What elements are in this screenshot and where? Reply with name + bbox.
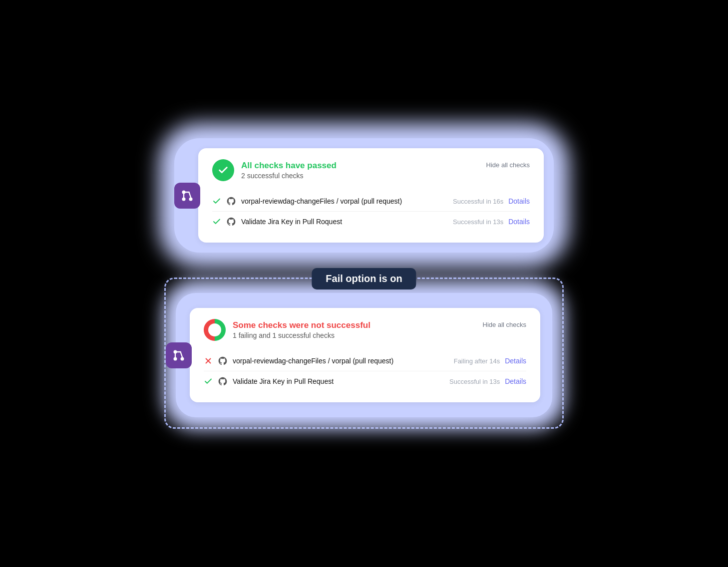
bottom-check-1-name: vorpal-reviewdag-changeFiles / vorpal (p… bbox=[233, 357, 449, 365]
bottom-status-text: Some checks were not successful 1 failin… bbox=[233, 320, 370, 339]
bottom-check-2-status bbox=[204, 377, 213, 386]
git-icon-bottom bbox=[172, 348, 186, 362]
top-check-1-status bbox=[212, 197, 221, 206]
bottom-check-card: Some checks were not successful 1 failin… bbox=[190, 308, 540, 402]
top-check-row-2: Validate Jira Key in Pull Roquest Succes… bbox=[212, 211, 530, 232]
github-icon-1 bbox=[226, 196, 236, 206]
top-status-subtitle: 2 successful checks bbox=[241, 172, 337, 180]
top-check-2-status bbox=[212, 217, 221, 226]
bottom-check-2-link[interactable]: Details bbox=[505, 377, 526, 385]
bottom-dashed-border: Fail option is on bbox=[164, 278, 564, 429]
bottom-status-subtitle: 1 failing and 1 successful checks bbox=[233, 331, 370, 339]
top-check-2-link[interactable]: Dotails bbox=[508, 218, 530, 226]
bottom-card-header-left: Some checks were not successful 1 failin… bbox=[204, 319, 370, 341]
top-status-icon bbox=[212, 159, 234, 181]
bottom-status-icon bbox=[204, 319, 226, 341]
top-blob: All checks have passed 2 successful chec… bbox=[184, 148, 544, 243]
github-icon-bottom-2 bbox=[218, 376, 228, 386]
bottom-check-2-timing: Successful in 13s bbox=[449, 378, 500, 385]
git-badge-bottom bbox=[166, 342, 192, 368]
top-status-text: All checks have passed 2 successful chec… bbox=[241, 161, 337, 180]
bottom-check-1-status bbox=[204, 356, 213, 365]
top-hide-link[interactable]: Hide all checks bbox=[486, 161, 530, 169]
bottom-status-title: Some checks were not successful bbox=[233, 320, 370, 330]
bottom-section: Fail option is on bbox=[164, 278, 564, 429]
bottom-check-1-link[interactable]: Details bbox=[505, 357, 526, 365]
bottom-check-2-name: Validate Jira Key in Pull Request bbox=[233, 377, 444, 385]
bottom-check-1-timing: Failing after 14s bbox=[454, 357, 500, 365]
git-badge-top bbox=[174, 183, 200, 209]
bottom-blob: Some checks were not successful 1 failin… bbox=[176, 293, 552, 417]
bottom-card-header: Some checks were not successful 1 failin… bbox=[204, 319, 526, 341]
top-section: All checks have passed 2 successful chec… bbox=[174, 138, 554, 253]
top-check-card: All checks have passed 2 successful chec… bbox=[198, 148, 544, 243]
top-check-2-timing: Successful in 13s bbox=[453, 218, 503, 226]
top-check-1-timing: Successful in 16s bbox=[453, 198, 503, 205]
top-check-1-name: vorpal-reviewdag-changeFiles / vorpal (p… bbox=[241, 197, 448, 205]
top-check-1-link[interactable]: Dotails bbox=[508, 197, 530, 205]
github-icon-bottom-1 bbox=[218, 356, 228, 366]
github-icon-2 bbox=[226, 217, 236, 227]
fail-option-label: Fail option is on bbox=[312, 268, 416, 289]
top-status-title: All checks have passed bbox=[241, 161, 337, 171]
top-check-row-1: vorpal-reviewdag-changeFiles / vorpal (p… bbox=[212, 191, 530, 211]
top-check-2-name: Validate Jira Key in Pull Roquest bbox=[241, 218, 448, 226]
bottom-check-row-1: vorpal-reviewdag-changeFiles / vorpal (p… bbox=[204, 351, 526, 371]
top-card-header: All checks have passed 2 successful chec… bbox=[212, 159, 530, 181]
top-card-header-left: All checks have passed 2 successful chec… bbox=[212, 159, 337, 181]
git-icon bbox=[180, 189, 194, 203]
bottom-check-row-2: Validate Jira Key in Pull Request Succes… bbox=[204, 371, 526, 391]
bottom-hide-link[interactable]: Hide all checks bbox=[483, 321, 526, 328]
